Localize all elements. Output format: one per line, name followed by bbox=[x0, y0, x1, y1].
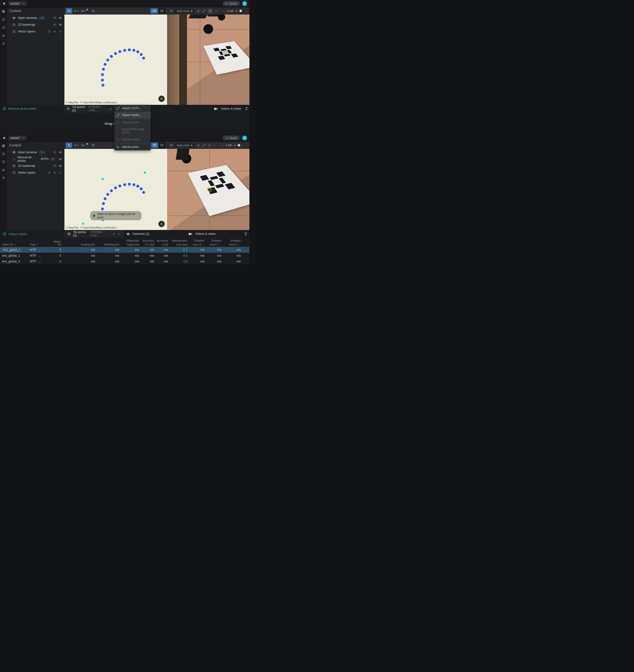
crop-tool[interactable] bbox=[90, 8, 97, 14]
layer-basemap[interactable]: 2D basemap bbox=[7, 21, 65, 28]
close-tab-icon[interactable]: × bbox=[23, 2, 25, 5]
stats-icon[interactable] bbox=[2, 34, 5, 37]
close-tab-icon[interactable]: × bbox=[23, 136, 25, 139]
import-marks-status[interactable]: Import marks bbox=[9, 232, 27, 236]
svg-rect-61 bbox=[225, 183, 235, 190]
more-icon[interactable] bbox=[215, 9, 218, 13]
rect-tool[interactable] bbox=[73, 143, 79, 148]
menu-import-gcps[interactable]: Import GCPs... bbox=[114, 105, 150, 112]
mark-crosshair[interactable] bbox=[206, 186, 213, 193]
table-row[interactable]: test_global_1 MTP⌄ 3 n/a n/a n/a n/a n/a… bbox=[0, 247, 250, 253]
document-tab[interactable]: tutorial * × bbox=[8, 1, 27, 6]
image-viewport[interactable] bbox=[167, 15, 250, 105]
svg-rect-35 bbox=[2, 170, 3, 171]
image-viewport[interactable] bbox=[167, 149, 250, 230]
eye-off-icon[interactable] bbox=[58, 30, 62, 33]
layer-vector[interactable]: Vector layers bbox=[7, 28, 65, 35]
plus-icon[interactable] bbox=[53, 171, 56, 174]
svg-rect-24 bbox=[220, 49, 227, 51]
gear-icon[interactable] bbox=[53, 150, 56, 154]
pencil-icon[interactable] bbox=[113, 232, 115, 236]
layer-input-cameras[interactable]: Input cameras (15) bbox=[7, 149, 65, 155]
home-icon[interactable] bbox=[2, 2, 6, 5]
table-row[interactable]: test_global_3 MTP⌄ 3 n/a n/a n/a n/a n/a… bbox=[0, 259, 250, 264]
skip-back-icon[interactable] bbox=[169, 9, 173, 13]
user-avatar[interactable]: T bbox=[242, 136, 247, 140]
sliders-icon[interactable] bbox=[2, 176, 5, 179]
zoom-slider[interactable] bbox=[238, 144, 240, 146]
settings-icon[interactable] bbox=[2, 152, 5, 155]
recenter-button[interactable] bbox=[158, 96, 165, 102]
side-rail bbox=[0, 7, 7, 105]
svg-rect-36 bbox=[3, 169, 4, 171]
document-tab[interactable]: tutorial * × bbox=[8, 136, 27, 140]
path-icon[interactable] bbox=[202, 9, 206, 13]
collapse-icon[interactable] bbox=[245, 107, 248, 111]
map-canvas[interactable]: © MapTiler © OpenStreetMap contributors bbox=[65, 15, 167, 105]
more-icon[interactable] bbox=[213, 144, 217, 147]
gear-icon[interactable] bbox=[53, 164, 56, 168]
layer-input-cameras[interactable]: Input cameras (15) bbox=[7, 15, 65, 21]
layer-basemap[interactable]: 2D basemap bbox=[7, 163, 65, 169]
view-2d[interactable]: 2D bbox=[150, 8, 158, 14]
tie-point-marker[interactable] bbox=[81, 222, 85, 225]
stats-icon[interactable] bbox=[2, 168, 5, 172]
skip-back-icon[interactable] bbox=[169, 144, 173, 147]
eye-icon[interactable] bbox=[58, 150, 62, 154]
eye-icon[interactable] bbox=[59, 157, 62, 161]
home-icon[interactable] bbox=[2, 136, 6, 140]
image-tool[interactable] bbox=[80, 8, 87, 14]
table-row[interactable]: test_global_2 MTP⌄ 3 n/a n/a n/a n/a n/a… bbox=[0, 253, 250, 259]
sliders-icon[interactable] bbox=[2, 42, 5, 45]
crop-tool[interactable] bbox=[90, 143, 97, 148]
layer-manual-tie-points[interactable]: Manual tie points MTPs (3) bbox=[7, 155, 65, 163]
pointer-tool[interactable] bbox=[66, 143, 72, 148]
path-icon[interactable] bbox=[202, 144, 206, 147]
automark-dropdown[interactable]: Auto-mark bbox=[175, 143, 194, 147]
plus-icon[interactable] bbox=[53, 30, 56, 33]
add-column-button[interactable]: + bbox=[235, 8, 238, 13]
menu-add-tie-point[interactable]: Add tie point bbox=[114, 144, 150, 150]
list-icon[interactable] bbox=[47, 171, 51, 174]
automark-dropdown[interactable]: Auto-mark bbox=[175, 9, 194, 13]
notification-dot bbox=[87, 9, 88, 10]
target-icon[interactable] bbox=[196, 9, 200, 13]
svg-point-17 bbox=[215, 11, 216, 11]
target-icon[interactable] bbox=[196, 144, 200, 147]
gear-icon[interactable] bbox=[53, 23, 56, 26]
list-icon[interactable] bbox=[47, 30, 51, 33]
tie-point-marker[interactable] bbox=[143, 171, 146, 174]
eye-icon[interactable] bbox=[58, 23, 62, 26]
pointer-tool[interactable] bbox=[66, 8, 72, 14]
menu-import-marks[interactable]: Import marks... bbox=[114, 112, 150, 118]
user-avatar[interactable]: T bbox=[242, 1, 247, 6]
settings-icon[interactable] bbox=[2, 18, 5, 21]
zoom-slider[interactable] bbox=[239, 10, 242, 12]
map-canvas[interactable]: Mark at least 2 images per tie point © M… bbox=[65, 149, 167, 230]
eye-icon[interactable] bbox=[58, 16, 62, 20]
remove-tie-points-button[interactable]: Remove all tie points bbox=[0, 107, 64, 111]
more-icon[interactable] bbox=[118, 232, 121, 236]
svg-rect-21 bbox=[226, 46, 232, 49]
layer-vector[interactable]: Vector layers bbox=[7, 169, 65, 176]
focus-icon[interactable] bbox=[208, 144, 211, 147]
pencil-icon[interactable] bbox=[110, 107, 112, 111]
tie-point-marker[interactable] bbox=[101, 177, 104, 181]
collapse-icon[interactable] bbox=[244, 232, 248, 236]
layers-icon[interactable] bbox=[2, 10, 5, 13]
eye-off-icon[interactable] bbox=[58, 171, 62, 174]
history-icon[interactable] bbox=[2, 160, 5, 164]
layers-icon[interactable] bbox=[2, 144, 5, 148]
recenter-button[interactable] bbox=[158, 221, 165, 227]
history-icon[interactable] bbox=[2, 26, 5, 29]
gear-icon[interactable] bbox=[53, 16, 56, 20]
rect-tool[interactable] bbox=[73, 8, 79, 14]
svg-point-6 bbox=[3, 44, 4, 45]
svg-point-38 bbox=[4, 177, 4, 178]
share-button[interactable]: Share bbox=[223, 136, 240, 140]
view-3d[interactable]: 3D bbox=[158, 9, 166, 13]
eye-icon[interactable] bbox=[58, 164, 62, 168]
image-tool[interactable] bbox=[80, 143, 87, 148]
share-button[interactable]: Share bbox=[223, 1, 240, 6]
focus-icon[interactable] bbox=[208, 8, 213, 14]
